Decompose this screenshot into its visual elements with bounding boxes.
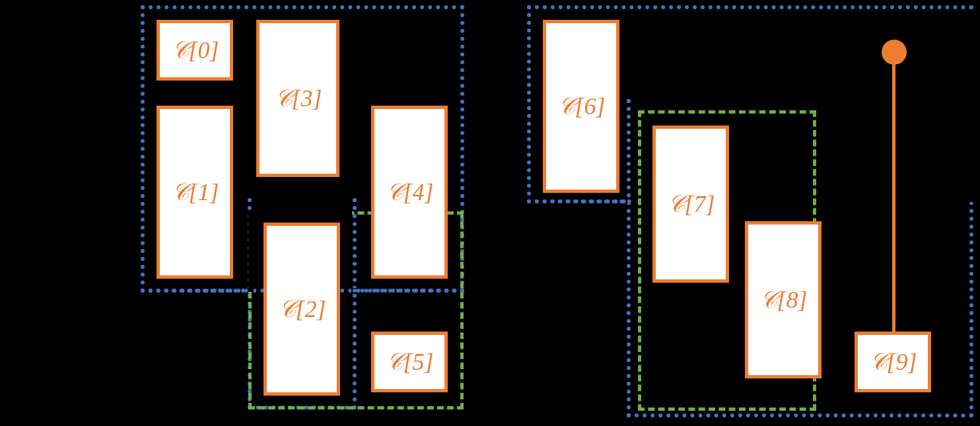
box-c6: 𝒞[6]	[543, 20, 619, 193]
box-c2: 𝒞[2]	[263, 223, 340, 396]
label-c8: 𝒞[8]	[759, 286, 807, 314]
label-c9: 𝒞[9]	[868, 348, 917, 376]
box-c9: 𝒞[9]	[855, 332, 931, 392]
box-c4: 𝒞[4]	[371, 106, 448, 279]
left-blue-bottom-left-seg	[141, 289, 253, 293]
diagram-stage: 𝒞[0] 𝒞[1] 𝒞[2] 𝒞[3] 𝒞[4] 𝒞[5] 𝒞[6] 𝒞[7] …	[0, 0, 980, 426]
label-c6: 𝒞[6]	[557, 92, 605, 120]
right-blue-mask-b	[968, 9, 975, 202]
box-c8: 𝒞[8]	[745, 221, 822, 378]
label-c7: 𝒞[7]	[666, 190, 715, 218]
left-blue-mask-1	[252, 198, 353, 205]
label-c3: 𝒞[3]	[273, 85, 322, 112]
pin-line	[892, 56, 895, 334]
right-blue-bottom-left-seg	[527, 199, 631, 203]
box-c5: 𝒞[5]	[371, 332, 448, 392]
label-c0: 𝒞[0]	[170, 36, 219, 64]
label-c4: 𝒞[4]	[385, 178, 433, 206]
box-c7: 𝒞[7]	[652, 125, 729, 283]
box-c3: 𝒞[3]	[256, 20, 339, 177]
right-blue-mask-a	[631, 99, 969, 106]
box-c0: 𝒞[0]	[157, 20, 233, 81]
label-c1: 𝒞[1]	[170, 178, 219, 206]
left-green-mask-side	[248, 211, 254, 292]
label-c2: 𝒞[2]	[277, 295, 326, 323]
label-c5: 𝒞[5]	[385, 348, 433, 376]
pin-dot	[882, 40, 907, 65]
left-green-mask-top	[252, 211, 352, 217]
box-c1: 𝒞[1]	[157, 106, 233, 279]
